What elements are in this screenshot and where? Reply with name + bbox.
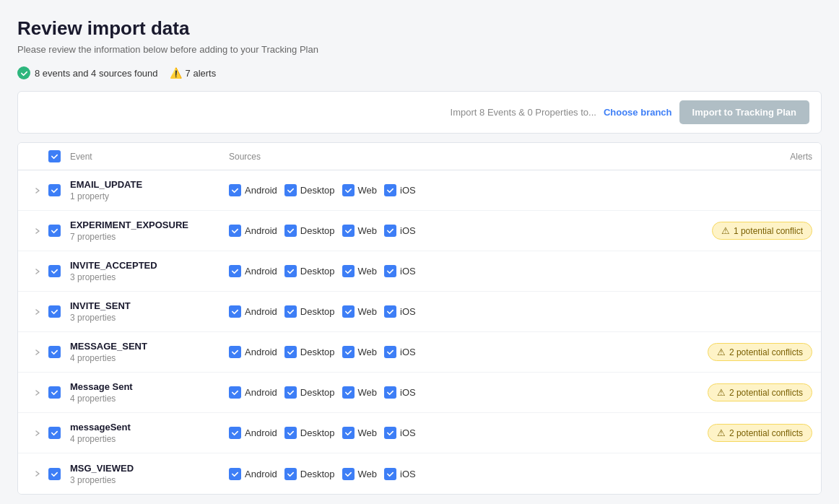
- source-label: Android: [245, 347, 277, 357]
- sources-cell: Android Desktop Web iOS: [229, 468, 697, 480]
- source-label: Web: [358, 266, 378, 277]
- source-label: iOS: [400, 185, 416, 196]
- source-item: Desktop: [284, 386, 335, 399]
- expand-row-button[interactable]: [27, 308, 48, 316]
- conflict-badge[interactable]: ⚠2 potential conflicts: [708, 424, 812, 442]
- row-checkbox[interactable]: [48, 386, 61, 399]
- source-checkbox[interactable]: [342, 386, 355, 399]
- source-label: iOS: [400, 225, 416, 236]
- source-checkbox[interactable]: [284, 305, 297, 318]
- source-checkbox[interactable]: [229, 427, 241, 439]
- table-body: EMAIL_UPDATE1 property Android Desktop W…: [18, 170, 821, 494]
- warning-triangle-icon: ⚠: [717, 387, 726, 398]
- source-checkbox[interactable]: [229, 468, 241, 480]
- source-checkbox[interactable]: [229, 346, 241, 358]
- select-all-checkbox[interactable]: [48, 150, 61, 162]
- source-checkbox[interactable]: [342, 305, 355, 318]
- source-checkbox[interactable]: [284, 427, 297, 439]
- event-name: EMAIL_UPDATE: [70, 179, 229, 190]
- source-label: Android: [245, 185, 277, 196]
- alerts-count-text: 7 alerts: [186, 68, 217, 79]
- source-label: Android: [245, 469, 277, 479]
- conflict-badge[interactable]: ⚠1 potential conflict: [712, 222, 812, 240]
- expand-row-button[interactable]: [27, 227, 48, 235]
- event-name: INVITE_ACCEPTED: [70, 260, 229, 271]
- event-name: MESSAGE_SENT: [70, 341, 229, 352]
- source-checkbox[interactable]: [284, 386, 297, 399]
- source-label: Desktop: [300, 225, 335, 236]
- event-column-header: Event: [70, 152, 229, 162]
- row-checkbox[interactable]: [48, 305, 61, 318]
- table-row: EMAIL_UPDATE1 property Android Desktop W…: [18, 170, 821, 211]
- event-properties-count: 3 properties: [70, 475, 229, 485]
- source-checkbox[interactable]: [384, 265, 396, 277]
- source-checkbox[interactable]: [284, 265, 297, 277]
- event-name: messageSent: [70, 422, 229, 433]
- source-item: Web: [342, 386, 378, 399]
- source-checkbox[interactable]: [284, 225, 297, 237]
- source-checkbox[interactable]: [384, 468, 396, 480]
- source-checkbox[interactable]: [384, 225, 396, 237]
- row-checkbox[interactable]: [48, 184, 61, 196]
- source-label: iOS: [400, 347, 416, 357]
- row-checkbox[interactable]: [48, 225, 61, 237]
- source-label: Desktop: [300, 306, 335, 317]
- source-checkbox[interactable]: [284, 184, 297, 196]
- source-checkbox[interactable]: [384, 305, 396, 318]
- row-checkbox[interactable]: [48, 427, 61, 439]
- source-label: Desktop: [300, 185, 335, 196]
- expand-row-button[interactable]: [27, 187, 48, 194]
- source-item: Web: [342, 265, 378, 277]
- source-checkbox[interactable]: [384, 346, 396, 358]
- row-checkbox[interactable]: [48, 468, 61, 480]
- source-label: Android: [245, 427, 277, 438]
- source-checkbox[interactable]: [229, 265, 241, 277]
- conflict-badge[interactable]: ⚠2 potential conflicts: [708, 383, 812, 401]
- event-cell: INVITE_SENT3 properties: [70, 300, 229, 323]
- warning-triangle-icon: ⚠: [721, 225, 730, 236]
- row-checkbox[interactable]: [48, 346, 61, 358]
- source-checkbox[interactable]: [384, 184, 396, 196]
- expand-row-button[interactable]: [27, 470, 48, 477]
- source-item: Web: [342, 225, 378, 237]
- source-checkbox[interactable]: [342, 346, 355, 358]
- source-label: Web: [358, 306, 378, 317]
- choose-branch-link[interactable]: Choose branch: [604, 107, 672, 118]
- source-checkbox[interactable]: [342, 427, 355, 439]
- event-name: INVITE_SENT: [70, 300, 229, 311]
- source-checkbox[interactable]: [342, 468, 355, 480]
- warning-triangle-icon: ⚠: [717, 347, 726, 357]
- source-checkbox[interactable]: [229, 184, 241, 196]
- event-cell: EMAIL_UPDATE1 property: [70, 179, 229, 201]
- row-checkbox[interactable]: [48, 265, 61, 277]
- conflict-badge[interactable]: ⚠2 potential conflicts: [708, 343, 812, 361]
- source-checkbox[interactable]: [284, 468, 297, 480]
- event-cell: MSG_VIEWED3 properties: [70, 463, 229, 485]
- source-item: iOS: [384, 468, 416, 480]
- source-checkbox[interactable]: [229, 386, 241, 399]
- source-checkbox[interactable]: [384, 427, 396, 439]
- alerts-cell: ⚠1 potential conflict: [697, 222, 812, 240]
- source-checkbox[interactable]: [229, 305, 241, 318]
- source-checkbox[interactable]: [342, 184, 355, 196]
- event-properties-count: 4 properties: [70, 353, 229, 363]
- import-to-tracking-plan-button[interactable]: Import to Tracking Plan: [679, 100, 809, 124]
- source-checkbox[interactable]: [342, 265, 355, 277]
- expand-row-button[interactable]: [27, 389, 48, 396]
- source-item: Web: [342, 468, 378, 480]
- event-cell: messageSent4 properties: [70, 422, 229, 444]
- expand-row-button[interactable]: [27, 430, 48, 437]
- source-checkbox[interactable]: [284, 346, 297, 358]
- source-checkbox[interactable]: [342, 225, 355, 237]
- source-label: Desktop: [300, 387, 335, 398]
- source-label: Desktop: [300, 347, 335, 357]
- source-item: iOS: [384, 265, 416, 277]
- expand-row-button[interactable]: [27, 349, 48, 356]
- events-found-summary: 8 events and 4 sources found: [17, 66, 158, 79]
- source-item: Web: [342, 427, 378, 439]
- source-checkbox[interactable]: [229, 225, 241, 237]
- source-item: Android: [229, 184, 277, 196]
- source-item: iOS: [384, 386, 416, 399]
- source-checkbox[interactable]: [384, 386, 396, 399]
- expand-row-button[interactable]: [27, 268, 48, 275]
